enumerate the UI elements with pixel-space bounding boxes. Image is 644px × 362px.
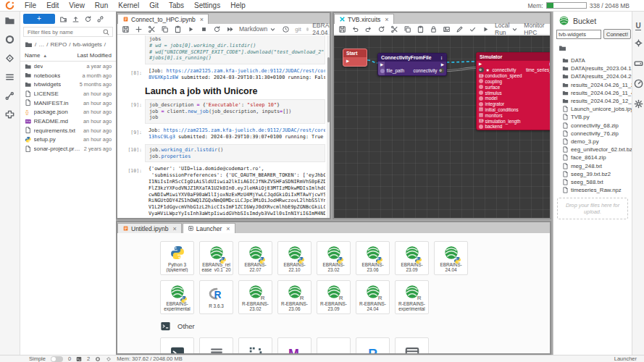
menu-settings[interactable]: Settings: [189, 1, 225, 9]
launcher-card[interactable]: EBRAINS-22.07: [238, 241, 272, 275]
any-port-icon[interactable]: [479, 125, 483, 129]
launcher-card[interactable]: RR-EBRAINS-23.06: [277, 280, 311, 314]
terminal-icon[interactable]: [76, 356, 82, 362]
file-icon[interactable]: [562, 187, 569, 193]
monitor-hpc-label[interactable]: Monitor HPC: [524, 22, 545, 36]
menu-run[interactable]: Run: [90, 1, 113, 9]
breadcrumb-segment[interactable]: REPO: [50, 41, 67, 48]
simulator-port[interactable]: surface: [477, 84, 550, 90]
flow-in-port[interactable]: ▶: [380, 62, 383, 67]
launcher-card[interactable]: EBRAINS-22.10: [277, 241, 311, 275]
bucket-item[interactable]: timeseries_Raw.npz: [553, 186, 632, 194]
close-icon[interactable]: ×: [385, 16, 388, 23]
connectivity-from-file-node[interactable]: ConnectivityFromFile⋮ ▶▶ file_path conne…: [377, 53, 447, 76]
any-port-icon[interactable]: [479, 96, 483, 101]
file-row[interactable]: notebooksa month ago: [20, 71, 116, 80]
file-path-port-icon[interactable]: [380, 69, 385, 73]
file-icon[interactable]: [562, 122, 569, 129]
simulator-port[interactable]: integrator: [477, 101, 550, 107]
markdown-cell[interactable]: Launch a job with Unicore: [119, 86, 325, 96]
file-icon[interactable]: [25, 90, 32, 98]
image-icon[interactable]: [443, 25, 451, 33]
launcher-card[interactable]: R: [356, 337, 390, 353]
launcher-card[interactable]: M: [277, 337, 311, 353]
drive-icon[interactable]: [633, 58, 644, 69]
bucket-item[interactable]: face_8614.zip: [553, 153, 632, 161]
menu-edit[interactable]: Edit: [41, 1, 64, 9]
tab-launcher[interactable]: Launcher×: [183, 223, 235, 233]
git-icon[interactable]: [106, 356, 112, 362]
notebook-orange-icon[interactable]: [122, 225, 129, 232]
cut-icon[interactable]: [148, 25, 156, 33]
markdown-m-icon[interactable]: [25, 118, 32, 125]
copy-icon[interactable]: [403, 25, 411, 33]
xircuits-canvas[interactable]: Start ▶ ConnectivityFromFile⋮ ▶▶ file_pa…: [334, 35, 550, 218]
play-icon[interactable]: [187, 25, 195, 33]
folder-fill-icon[interactable]: [25, 81, 32, 88]
launcher-card[interactable]: EBRAINS-experimental: [160, 280, 194, 314]
folder-fill-icon[interactable]: [25, 63, 32, 70]
kernels-icon[interactable]: [95, 356, 101, 362]
bucket-item[interactable]: DATA|results_2023.04.12_17_19_1: [553, 64, 632, 72]
link-icon[interactable]: [96, 15, 104, 23]
folder-fill-icon[interactable]: [562, 82, 569, 88]
menu-file[interactable]: File: [20, 1, 41, 9]
refresh-icon[interactable]: [84, 15, 92, 23]
folder-fill-icon[interactable]: [562, 65, 569, 72]
simulator-port[interactable]: 1.0conduction_speed: [477, 73, 550, 79]
clock-icon[interactable]: [282, 25, 290, 33]
file-row[interactable]: tvbwidgets5 months ago: [20, 80, 116, 89]
simulator-port[interactable]: model: [477, 96, 550, 101]
breadcrumb-segment[interactable]: tvb-widgets: [72, 41, 101, 48]
cut-icon[interactable]: [390, 25, 398, 33]
new-folder-icon[interactable]: [59, 15, 67, 23]
file-icon[interactable]: [562, 154, 569, 161]
close-icon[interactable]: ×: [173, 225, 177, 232]
launcher-card[interactable]: RR 3.6.3: [199, 280, 233, 314]
file-icon[interactable]: [562, 163, 569, 169]
launcher-card[interactable]: RR-EBRAINS-23.09: [317, 280, 351, 314]
puzzle-icon[interactable]: [4, 109, 15, 120]
menu-git[interactable]: Git: [144, 1, 164, 9]
folder-fill-icon[interactable]: [562, 57, 569, 64]
simulator-port[interactable]: stimulus: [477, 90, 550, 96]
menu-help[interactable]: Help: [225, 1, 251, 9]
file-icon[interactable]: [562, 171, 569, 177]
launcher-card[interactable]: EBRAINS_release_v0.1_202109: [199, 241, 233, 275]
any-port-icon[interactable]: [479, 90, 483, 95]
cell-type-dropdown[interactable]: Markdown: [239, 25, 277, 33]
gauge-icon[interactable]: [633, 78, 644, 89]
breadcrumb-segment[interactable]: …: [38, 41, 44, 48]
file-icon[interactable]: [25, 146, 32, 153]
menu-view[interactable]: View: [64, 1, 90, 9]
flow-out-port[interactable]: ▶: [441, 62, 444, 67]
bucket-item[interactable]: demo_3.py: [553, 138, 632, 146]
close-icon[interactable]: ×: [200, 16, 204, 23]
refresh-icon[interactable]: [213, 25, 221, 33]
file-row[interactable]: README.mdan hour ago: [20, 117, 116, 126]
bucket-item[interactable]: meg_248.txt: [553, 161, 632, 169]
sessions-icon[interactable]: [4, 90, 15, 101]
file-row[interactable]: requirements.txtan hour ago: [20, 126, 116, 135]
bucket-item[interactable]: seeg_588.txt: [553, 178, 632, 186]
flow-out-port[interactable]: ▶: [346, 59, 349, 64]
float-port-icon[interactable]: 1.0: [479, 119, 483, 123]
python-icon[interactable]: [25, 136, 32, 143]
any-port-icon[interactable]: [479, 79, 483, 83]
file-row[interactable]: {}package.jsonan hour ago: [20, 107, 116, 117]
file-row[interactable]: MANIFEST.inan hour ago: [20, 98, 116, 108]
bucket-item[interactable]: results_2024.04.26_11_26_24: [553, 81, 632, 89]
tab-connect-to-hpc[interactable]: Connect_to_HPC.ipynb ×: [117, 14, 209, 24]
gear-small-icon[interactable]: [633, 38, 644, 49]
launcher-card[interactable]: [317, 337, 351, 353]
launcher-card[interactable]: EBRAINS-23.09: [395, 241, 429, 275]
gear-port-icon[interactable]: ⚙: [439, 68, 444, 73]
gear-icon[interactable]: [633, 98, 644, 109]
list-port-icon[interactable]: []: [479, 113, 483, 117]
launcher-card[interactable]: [199, 337, 233, 353]
refresh-icon[interactable]: [377, 25, 385, 33]
file-list-header[interactable]: Name ▲ Last Modified: [20, 51, 116, 62]
launcher-card[interactable]: EBRAINS-24.04: [434, 241, 468, 275]
bucket-item[interactable]: DATA|results_2024.04.26_11_24_: [553, 72, 632, 80]
folder-fill-icon[interactable]: [4, 15, 15, 26]
